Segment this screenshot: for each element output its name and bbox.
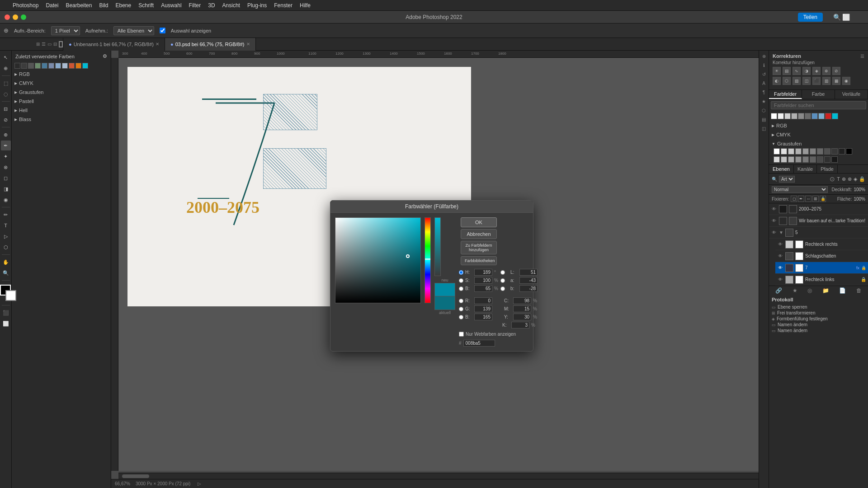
- menu-filter[interactable]: Filter: [189, 2, 201, 9]
- Y-input[interactable]: [513, 314, 531, 320]
- exposure-icon[interactable]: ◑: [802, 67, 811, 75]
- swatch-group-graustufen-header[interactable]: ▶ Graustufen: [14, 89, 108, 96]
- blend-mode-select[interactable]: Normal: [772, 186, 828, 193]
- aufnehmen-select[interactable]: Alle Ebenen: [113, 26, 154, 35]
- swatch-bluelight[interactable]: [48, 63, 54, 69]
- gs-sw2-4[interactable]: [795, 156, 802, 163]
- mask-mode[interactable]: ⬛: [1, 308, 11, 318]
- gs-sw-2[interactable]: [788, 148, 794, 155]
- background-color[interactable]: [5, 290, 16, 301]
- layer-schlagschatten[interactable]: 👁 Schlagschatten: [775, 250, 868, 262]
- layer-link-icon[interactable]: ⊗: [848, 176, 852, 182]
- tab-pfade[interactable]: Pfade: [817, 165, 838, 173]
- channels-icon[interactable]: ◫: [760, 125, 768, 132]
- aufn-bereich-select[interactable]: 1 Pixel: [51, 26, 80, 35]
- eraser-tool[interactable]: ◻: [1, 173, 11, 183]
- search-icon[interactable]: 🔍: [833, 14, 841, 21]
- h-scrollbar-thumb[interactable]: [122, 474, 149, 478]
- select-tool[interactable]: ⬚: [1, 78, 11, 88]
- blur-tool[interactable]: ◉: [1, 195, 11, 205]
- swatch-lightblue[interactable]: [55, 63, 61, 69]
- proto-item-4[interactable]: ▭ Namen ändern: [772, 328, 865, 333]
- zoom-tool[interactable]: 🔍: [1, 268, 11, 278]
- hex-input[interactable]: [463, 340, 495, 347]
- layer-type-select[interactable]: Art: [779, 176, 795, 183]
- channel-mixer-icon[interactable]: ▧: [793, 77, 801, 85]
- gs-sw-4[interactable]: [802, 148, 809, 155]
- s-input[interactable]: [474, 277, 492, 284]
- sw-vdgray[interactable]: [805, 113, 811, 119]
- alpha-slider[interactable]: [434, 217, 441, 276]
- r-input[interactable]: [474, 297, 492, 304]
- s-radio[interactable]: [459, 278, 463, 283]
- h-radio[interactable]: [459, 270, 463, 275]
- style-icon[interactable]: ★: [760, 98, 768, 105]
- layer-search-icon[interactable]: ⊕: [842, 176, 846, 182]
- minimize-button[interactable]: [13, 14, 18, 20]
- swatch-black[interactable]: [14, 63, 20, 69]
- fb-group-cmyk-header[interactable]: ▶ CMYK: [772, 131, 865, 138]
- invert-icon[interactable]: ⬛: [812, 77, 821, 85]
- swatches-icon[interactable]: ⬡: [760, 107, 768, 114]
- new-layer-btn[interactable]: 📄: [839, 287, 846, 294]
- layer-7-active[interactable]: 👁 7 fx 🔒: [775, 262, 868, 274]
- web-only-checkbox[interactable]: [459, 332, 464, 337]
- vibrance-icon[interactable]: ◈: [812, 67, 821, 75]
- layer-5-group[interactable]: 👁 ▼ 5: [769, 227, 868, 239]
- layer-vis-5[interactable]: 👁: [771, 230, 777, 235]
- add-style-icon[interactable]: ★: [793, 287, 797, 294]
- grid2-icon[interactable]: ⊟: [53, 42, 57, 47]
- tab-farbe[interactable]: Farbe: [802, 90, 835, 99]
- clone-tool[interactable]: ✦: [1, 151, 11, 161]
- crop-tool[interactable]: ⊟: [1, 104, 11, 114]
- menu-schrift[interactable]: Schrift: [138, 2, 154, 9]
- swatch-orange[interactable]: [75, 63, 81, 69]
- layer-5-expand[interactable]: ▼: [779, 230, 783, 235]
- menu-fenster[interactable]: Fenster: [274, 2, 292, 9]
- swatch-blue[interactable]: [42, 63, 47, 69]
- gs-sw-6[interactable]: [817, 148, 823, 155]
- libraries-button[interactable]: Farbbibliotheken: [461, 256, 497, 265]
- layer-2000-2075[interactable]: 👁 2000–2075: [769, 203, 868, 215]
- gs-sw2-3[interactable]: [788, 156, 794, 163]
- eyedropper-tool[interactable]: ⊘: [1, 115, 11, 125]
- window-icon[interactable]: ⬜: [842, 14, 850, 21]
- swatch-settings-icon[interactable]: ⚙: [103, 53, 107, 59]
- gs-sw2-2[interactable]: [781, 156, 787, 163]
- gs-sw2-7[interactable]: [817, 156, 823, 163]
- menu-photoshop[interactable]: Photoshop: [13, 2, 38, 9]
- menu-ebene[interactable]: Ebene: [115, 2, 131, 9]
- tab-farbfelder[interactable]: Farbfelder: [769, 90, 802, 99]
- correctors-menu-icon[interactable]: ☰: [860, 54, 864, 59]
- menu-hilfe[interactable]: Hilfe: [300, 2, 311, 9]
- gs-sw2-6[interactable]: [810, 156, 816, 163]
- sw-blue1[interactable]: [811, 113, 818, 119]
- r-radio[interactable]: [459, 299, 463, 303]
- sw-lgray2[interactable]: [784, 113, 791, 119]
- layer-fx-icon[interactable]: fx: [856, 266, 859, 270]
- gs-sw2-5[interactable]: [802, 156, 809, 163]
- sw-mgray[interactable]: [791, 113, 797, 119]
- gs-sw-white[interactable]: [774, 148, 780, 155]
- threshold-icon[interactable]: ▦: [832, 77, 840, 85]
- tab-ebenen[interactable]: Ebenen: [769, 165, 794, 173]
- brush-tool-icon[interactable]: ⊕: [4, 27, 9, 34]
- layer-visibility-icon[interactable]: 👁: [771, 206, 777, 211]
- color-gradient-picker[interactable]: [335, 217, 421, 303]
- layer-vis-wir[interactable]: 👁: [771, 218, 777, 223]
- move-tool[interactable]: ↖: [1, 52, 11, 62]
- layer-rechteck-rechts[interactable]: 👁 Rechteck rechts: [775, 239, 868, 250]
- gs-sw-3[interactable]: [795, 148, 802, 155]
- sw-lgray1[interactable]: [778, 113, 784, 119]
- posterize-icon[interactable]: ▥: [822, 77, 830, 85]
- history-tool[interactable]: ⊗: [1, 162, 11, 172]
- panel-icon[interactable]: ▭: [47, 42, 52, 47]
- delete-layer-icon[interactable]: 🗑: [856, 287, 862, 294]
- fix-paint-icon[interactable]: ✒: [798, 196, 804, 202]
- layer-rl-lock[interactable]: 🔒: [861, 277, 866, 282]
- swatch-group-rgb-header[interactable]: ▶ RGB: [14, 70, 108, 78]
- sw-blue2[interactable]: [818, 113, 825, 119]
- b2-radio[interactable]: [459, 315, 463, 319]
- tab-unbenannt[interactable]: ● Unbenannt-1 bei 66,7% (7, RGB/8#) ✕: [63, 38, 165, 51]
- proto-item-2[interactable]: ◈ Formbenfüllung festlegen: [772, 316, 865, 322]
